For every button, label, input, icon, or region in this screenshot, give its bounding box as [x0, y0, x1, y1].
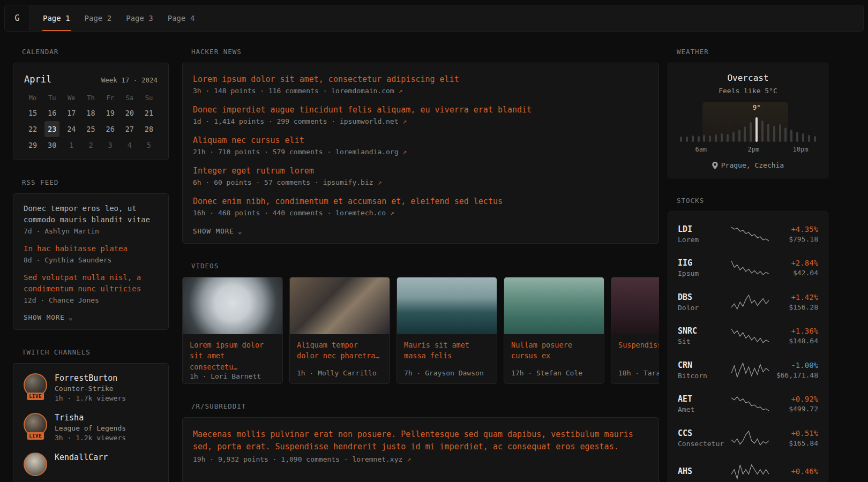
stock-identity: CCS Consectetur	[678, 428, 730, 448]
video-meta: 17h · Stefan Cole	[511, 369, 597, 377]
stock-row[interactable]: CCS Consectetur +0.51% $165.84	[678, 421, 818, 455]
live-badge: LIVE	[27, 393, 44, 400]
twitch-channel[interactable]: LIVE Trisha League of Legends 3h · 1.2k …	[24, 413, 158, 442]
weather-hour-bar	[686, 137, 688, 142]
hn-item-title[interactable]: Lorem ipsum dolor sit amet, consectetur …	[193, 74, 648, 84]
hn-item: Integer eget rutrum lorem 6h · 60 points…	[193, 166, 648, 186]
calendar-day: 23	[44, 121, 59, 137]
hn-meta-text: 16h · 468 points · 440 comments ·	[193, 209, 335, 217]
page-tab[interactable]: Page 3	[125, 5, 154, 31]
calendar-day: 15	[23, 105, 42, 121]
hn-item-title[interactable]: Donec imperdiet augue tincidunt felis al…	[193, 105, 648, 115]
twitch-channel[interactable]: LIVE ForrestBurton Counter-Strike 1h · 1…	[24, 373, 158, 402]
calendar-widget: April Week 17 · 2024 Mo Tu We Th Fr	[13, 63, 169, 160]
stock-row[interactable]: AET Amet +0.92% $499.72	[678, 387, 818, 421]
hn-item-title[interactable]: Donec enim nibh, condimentum et accumsan…	[193, 197, 648, 206]
stock-row[interactable]: IIG Ipsum +2.84% $42.04	[678, 251, 818, 285]
external-link-icon: ↗	[407, 455, 411, 463]
weather-hour-bar	[802, 133, 804, 142]
stock-row[interactable]: DBS Dolor +1.42% $156.28	[678, 285, 818, 319]
calendar-day: 18	[81, 105, 100, 121]
subreddit-post-meta: 19h · 9,932 points · 1,090 comments · lo…	[193, 455, 648, 463]
video-card-body: Aliquam tempor dolor nec pharetra… 1h · …	[290, 334, 390, 383]
hn-domain-link[interactable]: ipsumify.biz	[323, 178, 373, 186]
weather-section: WEATHER Overcast Feels like 5°C 9° 6am2p…	[668, 48, 828, 178]
channel-name[interactable]: Trisha	[55, 413, 126, 423]
video-card[interactable]: Aliquam tempor dolor nec pharetra… 1h · …	[289, 277, 390, 384]
hn-item: Lorem ipsum dolor sit amet, consectetur …	[193, 74, 648, 95]
rss-show-more-button[interactable]: SHOW MORE ⌄	[24, 313, 73, 321]
weather-hour-bar	[692, 135, 694, 142]
hn-item-meta: 16h · 468 points · 440 comments · loremt…	[193, 209, 648, 217]
middle-column: HACKER NEWS Lorem ipsum dolor sit amet, …	[182, 48, 659, 482]
stock-values: +0.46%	[791, 467, 818, 477]
hn-domain-link[interactable]: ipsumworld.net	[340, 117, 399, 125]
rss-item-title[interactable]: Donec tempor eros leo, ut commodo mauris…	[24, 203, 158, 225]
subreddit-domain-link[interactable]: loremnet.xyz	[352, 455, 402, 463]
video-title[interactable]: Suspendisse diam	[618, 340, 659, 350]
external-link-icon: ↗	[402, 148, 407, 156]
calendar-day-headers: Mo Tu We Th Fr Sa Su	[23, 91, 159, 105]
weather-condition: Overcast	[679, 73, 817, 83]
weather-hour-bar	[750, 122, 752, 142]
stock-ticker: CRN	[678, 360, 730, 370]
video-thumbnail	[290, 277, 390, 334]
video-card[interactable]: Suspendisse diam 18h · Tara	[611, 277, 659, 384]
stock-name: Amet	[678, 405, 730, 413]
hackernews-widget: Lorem ipsum dolor sit amet, consectetur …	[182, 63, 659, 244]
hn-item-title[interactable]: Integer eget rutrum lorem	[193, 166, 648, 176]
hn-item-meta: 21h · 710 points · 579 comments · loreml…	[193, 148, 648, 156]
stock-identity: CRN Bitcorn	[678, 360, 730, 380]
weather-hour-bar	[709, 135, 711, 142]
app-logo[interactable]: G	[5, 5, 30, 31]
video-title[interactable]: Mauris sit amet massa felis	[404, 340, 490, 362]
hn-domain-link[interactable]: loremlandia.org	[335, 148, 398, 156]
stock-row[interactable]: LDI Lorem +4.35% $795.18	[678, 217, 818, 251]
page-tab[interactable]: Page 2	[84, 5, 113, 31]
videos-section: VIDEOS Lorem ipsum dolor sit amet consec…	[182, 262, 659, 384]
video-title[interactable]: Aliquam tempor dolor nec pharetra…	[297, 340, 383, 362]
channel-meta: 3h · 1.2k viewers	[55, 434, 126, 442]
page-tab[interactable]: Page 4	[167, 5, 196, 31]
calendar-day: 29	[23, 137, 42, 153]
channel-name[interactable]: KendallCarr	[55, 453, 108, 462]
stock-sparkline-chart	[730, 430, 770, 446]
stock-identity: SNRC Sit	[678, 326, 730, 345]
stock-ticker: IIG	[678, 258, 730, 268]
stock-row[interactable]: CRN Bitcorn -1.00% $66,171.48	[678, 353, 818, 387]
rss-item-title[interactable]: In hac habitasse platea	[24, 243, 158, 254]
stock-row[interactable]: SNRC Sit +1.36% $148.64	[678, 319, 818, 353]
stock-change: +0.92%	[789, 395, 818, 403]
video-card[interactable]: Lorem ipsum dolor sit amet consectetu… 1…	[182, 277, 283, 384]
weather-bars	[680, 116, 816, 142]
channel-name[interactable]: ForrestBurton	[55, 373, 126, 383]
hn-domain-link[interactable]: loremdomain.com	[331, 87, 394, 95]
video-title[interactable]: Nullam posuere cursus ex	[511, 340, 597, 362]
rss-item-meta: 8d · Cynthia Saunders	[24, 256, 158, 264]
calendar-day: 2	[81, 137, 100, 153]
weather-hour-bar	[732, 132, 735, 142]
twitch-channel[interactable]: KendallCarr	[24, 453, 158, 476]
hn-item-title[interactable]: Aliquam nec cursus elit	[193, 135, 648, 145]
video-thumbnail	[611, 277, 659, 334]
hn-domain-link[interactable]: loremtech.co	[335, 209, 386, 217]
hn-show-more-button[interactable]: SHOW MORE ⌄	[193, 227, 243, 235]
video-card[interactable]: Mauris sit amet massa felis 7h · Grayson…	[396, 277, 497, 384]
weather-hourly-chart: 9° 6am2pm10pm	[679, 102, 817, 154]
calendar-day-header: Fr	[101, 91, 120, 105]
video-card-body: Mauris sit amet massa felis 7h · Grayson…	[397, 334, 497, 383]
calendar-day-header: Su	[139, 91, 159, 105]
stock-row[interactable]: AHS +0.46%	[678, 455, 818, 482]
stock-name: Consectetur	[678, 440, 730, 448]
weather-hour-bar	[721, 133, 723, 142]
hn-item: Donec imperdiet augue tincidunt felis al…	[193, 105, 648, 125]
stock-identity: AHS	[678, 466, 730, 478]
video-card[interactable]: Nullam posuere cursus ex 17h · Stefan Co…	[504, 277, 604, 384]
hackernews-section-title: HACKER NEWS	[182, 48, 659, 56]
subreddit-post-title[interactable]: Maecenas mollis pulvinar erat non posuer…	[193, 430, 633, 451]
video-thumbnail	[183, 277, 282, 334]
video-title[interactable]: Lorem ipsum dolor sit amet consectetu…	[190, 340, 275, 372]
page-tab[interactable]: Page 1	[42, 5, 71, 31]
weather-hour-bar	[808, 135, 810, 142]
rss-item-title[interactable]: Sed volutpat nulla nisl, a condimentum n…	[24, 272, 158, 295]
